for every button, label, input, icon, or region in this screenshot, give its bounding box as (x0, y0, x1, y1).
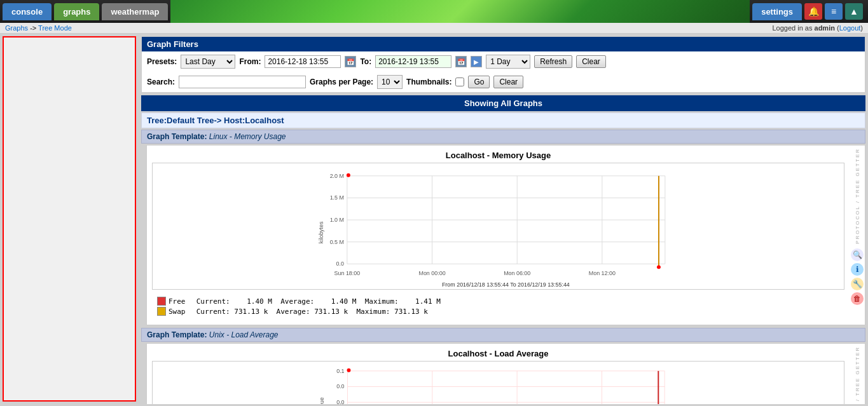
legend-row-free: Free Current: 1.40 M Average: 1.40 M Max… (157, 297, 839, 306)
side-label-memory: PROTOCOL / TREE GETTER (855, 148, 860, 244)
svg-text:Sun 18:00: Sun 18:00 (334, 270, 361, 276)
filters-title: Graph Filters (142, 37, 865, 51)
graph-template-header-load: Graph Template: Unix - Load Average (141, 328, 865, 342)
filters-row-2: Search: Graphs per Page: 5 10 15 20 30 5… (142, 72, 865, 92)
graph-icons-load: PROTOCOL / TREE GETTER 🔍 ℹ 🔧 🗑 (850, 344, 865, 404)
svg-point-42 (347, 369, 351, 372)
logged-in-user: admin (815, 24, 835, 32)
legend-color-swap (157, 307, 166, 316)
svg-text:Mon 06:00: Mon 06:00 (504, 270, 530, 276)
alert-icon-btn[interactable]: 🔔 (804, 3, 822, 20)
wrench-icon-memory[interactable]: 🔧 (851, 278, 864, 290)
svg-text:0.0: 0.0 (336, 399, 344, 404)
legend-row-swap: Swap Current: 731.13 k Average: 731.13 k… (157, 307, 839, 316)
graphs-per-page-select[interactable]: 5 10 15 20 30 50 (377, 75, 403, 89)
svg-text:From 2016/12/18 13:55:44 To 20: From 2016/12/18 13:55:44 To 2016/12/19 1… (442, 281, 570, 288)
graphs-per-page-label: Graphs per Page: (310, 78, 373, 86)
chart-load: sses in the run queue (152, 361, 844, 404)
graph-icons-memory: PROTOCOL / TREE GETTER 🔍 ℹ 🔧 🗑 (850, 145, 865, 325)
graph-area-memory: Localhost - Memory Usage kilobytes (147, 145, 850, 325)
svg-text:0.0: 0.0 (336, 383, 344, 389)
tree-host-header: Tree:Default Tree-> Host:Localhost (141, 112, 865, 128)
thumbnails-label: Thumbnails: (406, 78, 451, 86)
timespan-select[interactable]: 1 Day 1 Week 1 Month (486, 55, 530, 69)
svg-text:kilobytes: kilobytes (318, 221, 324, 243)
chart-memory: kilobytes 2.0 M (152, 163, 844, 292)
svg-text:0.0: 0.0 (336, 261, 344, 267)
breadcrumb: Graphs -> Tree Mode Logged in as admin (… (0, 23, 868, 34)
content-area: Graph Filters Presets: Last Day Last Wee… (139, 34, 868, 404)
svg-text:1.0 M: 1.0 M (330, 217, 344, 223)
filters-row-1: Presets: Last Day Last Week Last Month L… (142, 51, 865, 72)
magnify-icon-memory[interactable]: 🔍 (851, 248, 864, 261)
breadcrumb-treemode-link[interactable]: Tree Mode (38, 24, 72, 32)
breadcrumb-graphs-link[interactable]: Graphs (5, 24, 28, 32)
graph-template-header-memory: Graph Template: Linux - Memory Usage (141, 130, 865, 144)
graph-area-load: Localhost - Load Average sses in the run… (147, 344, 850, 404)
timespan-arrow-btn[interactable]: ▶ (471, 56, 482, 67)
breadcrumb-links: Graphs -> Tree Mode (5, 24, 72, 32)
from-calendar-icon[interactable]: 📅 (345, 56, 356, 67)
nav-tab-settings[interactable]: settings (752, 3, 802, 20)
svg-point-22 (657, 265, 661, 269)
svg-text:Mon 00:00: Mon 00:00 (419, 270, 446, 276)
nav-tab-weathermap[interactable]: weathermap (102, 3, 168, 20)
to-calendar-icon[interactable]: 📅 (455, 56, 467, 67)
top-nav: console graphs weathermap settings 🔔 ≡ ▲ (0, 0, 868, 23)
clear2-button[interactable]: Clear (493, 76, 523, 88)
presets-select[interactable]: Last Day Last Week Last Month Last Year (181, 55, 235, 69)
legend-color-free (157, 297, 166, 306)
clear-button[interactable]: Clear (576, 55, 606, 68)
nav-right: settings 🔔 ≡ ▲ (752, 3, 868, 20)
svg-text:sses in the run queue: sses in the run queue (319, 397, 325, 404)
logout-link[interactable]: Logout (839, 24, 861, 32)
graph-legend-memory: Free Current: 1.40 M Average: 1.40 M Max… (152, 294, 844, 320)
svg-text:0.5 M: 0.5 M (330, 239, 344, 245)
filters-panel: Graph Filters Presets: Last Day Last Wee… (141, 36, 865, 93)
login-info: Logged in as admin (Logout) (772, 24, 863, 32)
to-label: To: (360, 57, 371, 66)
svg-point-20 (347, 173, 350, 177)
legend-name-swap: Swap (169, 308, 186, 316)
info-icon-memory[interactable]: ℹ (851, 263, 864, 276)
side-label-load: PROTOCOL / TREE GETTER (855, 346, 860, 404)
from-label: From: (239, 57, 261, 66)
graph-title-load: Localhost - Load Average (152, 349, 844, 358)
sidebar (3, 36, 136, 402)
refresh-button[interactable]: Refresh (534, 55, 572, 68)
showing-banner: Showing All Graphs (141, 95, 865, 111)
search-label: Search: (147, 78, 175, 86)
presets-label: Presets: (147, 57, 177, 66)
nav-tab-graphs[interactable]: graphs (54, 3, 99, 20)
legend-name-free: Free (169, 297, 186, 306)
delete-icon-memory[interactable]: 🗑 (851, 292, 864, 305)
go-button[interactable]: Go (468, 76, 490, 88)
from-input[interactable] (265, 55, 341, 68)
nav-left: console graphs weathermap (0, 3, 168, 20)
svg-text:0.1: 0.1 (336, 368, 344, 374)
graph-title-memory: Localhost - Memory Usage (152, 151, 844, 160)
to-input[interactable] (375, 55, 451, 68)
nav-banner (170, 0, 750, 23)
breadcrumb-separator: -> (30, 24, 38, 32)
main-layout: Graph Filters Presets: Last Day Last Wee… (0, 34, 868, 404)
graph-card-memory: Localhost - Memory Usage kilobytes (146, 145, 865, 325)
thumbnails-checkbox[interactable] (455, 78, 464, 86)
svg-text:Mon 12:00: Mon 12:00 (589, 270, 616, 276)
chart-icon-btn[interactable]: ▲ (845, 3, 863, 20)
search-input[interactable] (179, 76, 306, 88)
nav-tab-console[interactable]: console (3, 3, 52, 20)
svg-text:1.5 M: 1.5 M (330, 194, 344, 201)
graph-card-load: Localhost - Load Average sses in the run… (146, 343, 865, 404)
menu-icon-btn[interactable]: ≡ (825, 3, 843, 20)
svg-text:2.0 M: 2.0 M (330, 173, 344, 179)
